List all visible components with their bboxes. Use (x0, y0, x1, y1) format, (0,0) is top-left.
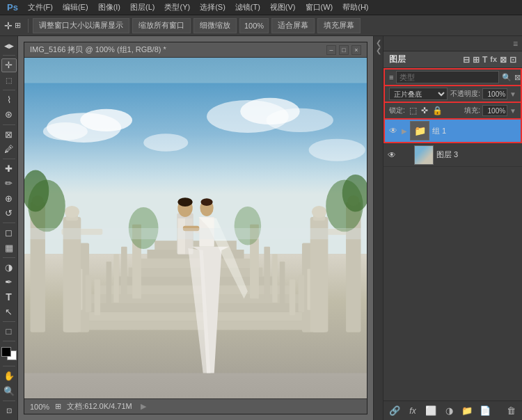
nav-arrow[interactable]: ▶ (141, 402, 146, 411)
svg-rect-31 (299, 275, 305, 312)
layer-item-group1[interactable]: 👁 ▶ 📁 组 1 (383, 118, 522, 143)
screen-mode[interactable]: ⊡ (1, 404, 17, 417)
menu-help[interactable]: 帮助(H) (338, 1, 372, 14)
mask-icon-title[interactable]: ⊡ (509, 55, 516, 65)
opacity-arrow[interactable]: ▼ (509, 90, 516, 98)
kind-icon[interactable]: ⊟ (463, 55, 470, 65)
link-icon-title[interactable]: ⊠ (500, 55, 507, 65)
menu-file[interactable]: 文件(F) (24, 1, 57, 14)
opacity-input[interactable] (482, 88, 507, 99)
quick-select-tool[interactable]: ⊛ (1, 108, 17, 121)
eraser-tool[interactable]: ◻ (1, 226, 17, 239)
panel-options-icon[interactable]: ≡ (513, 39, 518, 49)
new-layer-btn[interactable]: 📄 (478, 404, 492, 418)
move-tool[interactable]: ✛ (1, 58, 17, 72)
chart-icon[interactable]: ⊞ (473, 55, 480, 65)
tool-sep-8 (3, 366, 15, 366)
healing-tool[interactable]: ✚ (1, 162, 17, 175)
zoom-all-btn[interactable]: 缩放所有窗口 (132, 18, 191, 33)
move-tool-icon: ✛ (4, 20, 13, 31)
lock-move-icon[interactable]: ✜ (421, 106, 428, 115)
selection-tool[interactable]: ⬚ (1, 74, 17, 87)
hand-tool[interactable]: ✋ (1, 369, 17, 382)
fill-label: 填充: (464, 106, 480, 115)
menu-edit[interactable]: 编辑(E) (58, 1, 93, 14)
fx-icon[interactable]: fx (490, 55, 497, 65)
doc-minimize-btn[interactable]: – (326, 45, 336, 55)
menu-view[interactable]: 视图(V) (266, 1, 300, 14)
menu-filter[interactable]: 滤镜(T) (231, 1, 264, 14)
fill-input[interactable] (482, 105, 507, 116)
type-tool[interactable]: T (1, 290, 17, 303)
collapse-arrow[interactable]: ❮ (376, 39, 381, 47)
link-btn[interactable]: 🔗 (388, 404, 402, 418)
menu-select[interactable]: 选择(S) (196, 1, 230, 14)
lock-all-icon[interactable]: 🔒 (432, 106, 443, 115)
search-icon[interactable]: 🔍 (502, 73, 512, 82)
brush-tool[interactable]: ✏ (1, 177, 17, 190)
zoom-tool[interactable]: 🔍 (1, 384, 17, 397)
layers-title-icons: ⊟ ⊞ T fx ⊠ ⊡ (463, 55, 516, 65)
layer-eye-layer3[interactable]: 👁 (386, 150, 397, 161)
layer-eye-group1[interactable]: 👁 (388, 125, 399, 136)
main-area: ◀▶ ✛ ⬚ ⌇ ⊛ ⊠ 🖉 ✚ ✏ ⊕ ↺ ◻ ▦ ◑ ✒ T ↖ □ ✋ 🔍 (0, 36, 522, 420)
layers-mode-row: 正片叠底 不透明度: ▼ (383, 86, 522, 103)
svg-rect-41 (280, 261, 285, 306)
layer-expand-arrow[interactable]: ▶ (402, 127, 407, 135)
photo-svg (24, 58, 367, 398)
ps-logo[interactable]: Ps (3, 1, 22, 14)
svg-rect-25 (95, 280, 101, 315)
layer-item-layer3[interactable]: 👁 图层 3 (383, 143, 522, 167)
svg-rect-36 (113, 254, 118, 302)
layers-search-input[interactable] (396, 71, 499, 83)
menu-image[interactable]: 图像(I) (94, 1, 125, 14)
fit-screen-btn[interactable]: 适合屏幕 (271, 18, 315, 33)
doc-close-btn[interactable]: × (351, 45, 361, 55)
blend-mode-select[interactable]: 正片叠底 (389, 88, 448, 100)
svg-point-59 (200, 198, 212, 206)
svg-rect-71 (24, 228, 367, 239)
options-toolbar: ✛ ⊞ 调整窗口大小以满屏显示 缩放所有窗口 细微缩放 100% 适合屏幕 填充… (0, 15, 522, 36)
layers-title: 图层 (389, 54, 406, 65)
shape-tool[interactable]: □ (1, 325, 17, 338)
path-select-tool[interactable]: ↖ (1, 305, 17, 318)
doc-maximize-btn[interactable]: □ (339, 45, 349, 55)
svg-point-47 (312, 206, 326, 218)
fine-zoom-btn[interactable]: 细微缩放 (193, 18, 237, 33)
color-swatches[interactable] (1, 347, 17, 360)
eyedropper-tool[interactable]: 🖉 (1, 143, 17, 156)
fill-screen-btn[interactable]: 填充屏幕 (317, 18, 361, 33)
svg-rect-24 (86, 275, 92, 312)
clone-tool[interactable]: ⊕ (1, 192, 17, 205)
svg-rect-37 (106, 261, 111, 306)
fit-window-btn[interactable]: 调整窗口大小以满屏显示 (33, 18, 129, 33)
foreground-color[interactable] (1, 347, 11, 357)
fx-btn[interactable]: fx (406, 404, 420, 418)
document-canvas[interactable] (24, 58, 367, 398)
lock-pixels-icon[interactable]: ⬚ (409, 106, 417, 115)
delete-btn[interactable]: 🗑 (504, 404, 518, 418)
mask-btn[interactable]: ⬜ (424, 404, 438, 418)
pen-tool[interactable]: ✒ (1, 275, 17, 289)
menu-window[interactable]: 窗口(W) (301, 1, 338, 14)
layer-thumbnail-group1: 📁 (410, 121, 429, 140)
menu-type[interactable]: 类型(Y) (160, 1, 194, 14)
layer-thumbnail-layer3 (414, 145, 434, 165)
lasso-tool[interactable]: ⌇ (1, 93, 17, 106)
options-icon[interactable]: T (482, 55, 487, 65)
gradient-tool[interactable]: ▦ (1, 241, 17, 254)
collapse-arrow-2[interactable]: ❮ (376, 47, 381, 54)
adjustment-btn[interactable]: ◑ (442, 404, 456, 418)
kind-filter-icon[interactable]: ⊠ (514, 73, 521, 82)
menu-layer[interactable]: 图层(L) (126, 1, 159, 14)
toolbox-collapse[interactable]: ◀▶ (1, 39, 17, 52)
crop-tool[interactable]: ⊠ (1, 127, 17, 140)
layers-list: 👁 ▶ 📁 组 1 👁 图层 3 (383, 118, 522, 401)
svg-point-7 (267, 108, 333, 132)
fill-arrow[interactable]: ▼ (509, 107, 516, 115)
wedding-photo (24, 58, 367, 398)
group-btn[interactable]: 📁 (460, 404, 474, 418)
history-brush[interactable]: ↺ (1, 207, 17, 220)
layers-bottom-bar: 🔗 fx ⬜ ◑ 📁 📄 🗑 (383, 401, 522, 420)
dodge-tool[interactable]: ◑ (1, 261, 17, 274)
